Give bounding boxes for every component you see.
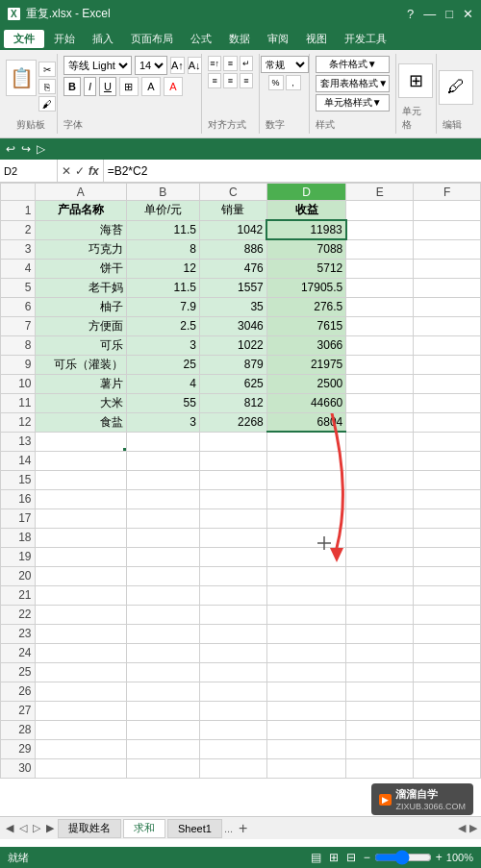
- cut-button[interactable]: ✂: [38, 62, 56, 77]
- cell-f19[interactable]: [414, 547, 481, 566]
- cell-c6[interactable]: 35: [199, 297, 266, 316]
- cell-c30[interactable]: [199, 758, 266, 778]
- cell-a18[interactable]: [35, 528, 126, 547]
- redo-btn[interactable]: ↪: [21, 142, 31, 156]
- cell-e6[interactable]: [346, 297, 414, 316]
- col-header-c[interactable]: C: [199, 184, 266, 201]
- cell-c22[interactable]: [199, 605, 266, 624]
- cell-a27[interactable]: [35, 701, 126, 720]
- cell-e20[interactable]: [346, 566, 414, 585]
- help-btn[interactable]: ?: [407, 7, 414, 21]
- cell-e28[interactable]: [346, 720, 414, 739]
- cell-f27[interactable]: [414, 701, 481, 720]
- row-num-18[interactable]: 18: [1, 528, 36, 547]
- cell-d6[interactable]: 276.5: [266, 297, 346, 316]
- file-menu[interactable]: 文件: [4, 30, 44, 48]
- row-num-15[interactable]: 15: [1, 470, 36, 489]
- cell-e23[interactable]: [346, 624, 414, 643]
- cell-c14[interactable]: [199, 451, 266, 470]
- row-num-8[interactable]: 8: [1, 335, 36, 355]
- cell-f15[interactable]: [414, 470, 481, 489]
- cell-a30[interactable]: [35, 758, 126, 778]
- cell-d8[interactable]: 3066: [266, 335, 346, 355]
- cell-b14[interactable]: [126, 451, 199, 470]
- formula-cancel-icon[interactable]: ✕: [62, 164, 71, 178]
- percent-btn[interactable]: %: [268, 75, 284, 90]
- cell-d19[interactable]: [266, 547, 346, 566]
- row-num-26[interactable]: 26: [1, 682, 36, 701]
- cell-f22[interactable]: [414, 605, 481, 624]
- cell-f12[interactable]: [414, 412, 481, 432]
- cell-d26[interactable]: [266, 682, 346, 701]
- cell-c27[interactable]: [199, 701, 266, 720]
- font-color-btn[interactable]: A: [164, 77, 183, 96]
- cell-f9[interactable]: [414, 355, 481, 374]
- cell-e3[interactable]: [346, 239, 414, 259]
- cell-d1[interactable]: 收益: [266, 201, 346, 221]
- col-header-b[interactable]: B: [126, 184, 199, 201]
- row-num-6[interactable]: 6: [1, 297, 36, 316]
- decrease-font-btn[interactable]: A↓: [188, 57, 202, 74]
- editing-btn[interactable]: 🖊: [439, 70, 473, 105]
- cell-c7[interactable]: 3046: [199, 316, 266, 335]
- cell-f13[interactable]: [414, 432, 481, 451]
- cell-d17[interactable]: [266, 508, 346, 528]
- row-num-16[interactable]: 16: [1, 489, 36, 508]
- col-header-d[interactable]: D: [266, 184, 346, 201]
- cell-d13[interactable]: [266, 432, 346, 451]
- cell-e26[interactable]: [346, 682, 414, 701]
- cell-c4[interactable]: 476: [199, 259, 266, 278]
- row-num-14[interactable]: 14: [1, 451, 36, 470]
- underline-button[interactable]: U: [99, 77, 116, 96]
- cell-f11[interactable]: [414, 393, 481, 412]
- row-num-31[interactable]: 31: [1, 778, 36, 779]
- row-num-9[interactable]: 9: [1, 355, 36, 374]
- row-num-23[interactable]: 23: [1, 624, 36, 643]
- cell-f20[interactable]: [414, 566, 481, 585]
- formula-input[interactable]: [104, 164, 481, 178]
- row-num-28[interactable]: 28: [1, 720, 36, 739]
- sheet-tab-sum[interactable]: 求和: [123, 819, 165, 838]
- cell-f5[interactable]: [414, 278, 481, 297]
- cell-d7[interactable]: 7615: [266, 316, 346, 335]
- cell-f1[interactable]: [414, 201, 481, 221]
- cell-f10[interactable]: [414, 374, 481, 393]
- cell-b18[interactable]: [126, 528, 199, 547]
- row-num-2[interactable]: 2: [1, 220, 36, 239]
- close-btn[interactable]: ✕: [463, 7, 473, 21]
- cell-b31[interactable]: [126, 778, 199, 779]
- cell-a7[interactable]: 方便面: [35, 316, 126, 335]
- cell-e14[interactable]: [346, 451, 414, 470]
- cell-c12[interactable]: 2268: [199, 412, 266, 432]
- cell-a17[interactable]: [35, 508, 126, 528]
- cell-d12[interactable]: 6804: [266, 412, 346, 432]
- col-header-f[interactable]: F: [414, 184, 481, 201]
- window-controls[interactable]: ? — □ ✕: [407, 7, 473, 21]
- home-menu[interactable]: 开始: [46, 30, 83, 48]
- cell-e22[interactable]: [346, 605, 414, 624]
- cell-d18[interactable]: [266, 528, 346, 547]
- cell-c11[interactable]: 812: [199, 393, 266, 412]
- cell-a20[interactable]: [35, 566, 126, 585]
- cell-b9[interactable]: 25: [126, 355, 199, 374]
- sheet-nav-next2[interactable]: ▷: [31, 822, 42, 834]
- cell-f31[interactable]: [414, 778, 481, 779]
- cell-e17[interactable]: [346, 508, 414, 528]
- row-num-24[interactable]: 24: [1, 643, 36, 662]
- undo-btn[interactable]: ↩: [6, 142, 15, 156]
- cell-a14[interactable]: [35, 451, 126, 470]
- cell-f21[interactable]: [414, 585, 481, 605]
- cell-e1[interactable]: [346, 201, 414, 221]
- cell-f3[interactable]: [414, 239, 481, 259]
- zoom-in-btn[interactable]: +: [436, 851, 443, 864]
- align-left-btn[interactable]: ≡: [208, 73, 221, 88]
- row-num-29[interactable]: 29: [1, 739, 36, 758]
- align-top-btn[interactable]: ≡↑: [208, 56, 221, 71]
- sheet-nav-prev2[interactable]: ◁: [17, 822, 29, 834]
- cell-f18[interactable]: [414, 528, 481, 547]
- cell-a2[interactable]: 海苔: [35, 220, 126, 239]
- scroll-right-indicator[interactable]: ▶: [469, 822, 477, 834]
- format-painter-button[interactable]: 🖌: [38, 96, 56, 112]
- cell-d14[interactable]: [266, 451, 346, 470]
- view-menu[interactable]: 视图: [298, 30, 335, 48]
